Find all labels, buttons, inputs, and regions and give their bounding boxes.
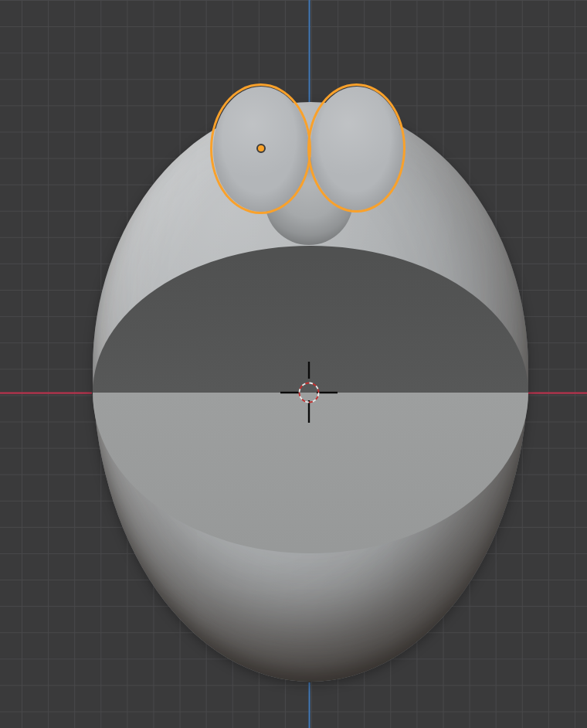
3d-viewport[interactable] [0,0,587,728]
axis-z-line-top [308,0,310,103]
axis-z-line-bottom [308,682,310,728]
object-origin-dot[interactable] [256,144,266,153]
axis-x-line-right [523,392,587,394]
axis-x-line-left [0,392,92,394]
selection-outline-right-eye [307,83,405,213]
3d-cursor-icon [280,360,338,425]
